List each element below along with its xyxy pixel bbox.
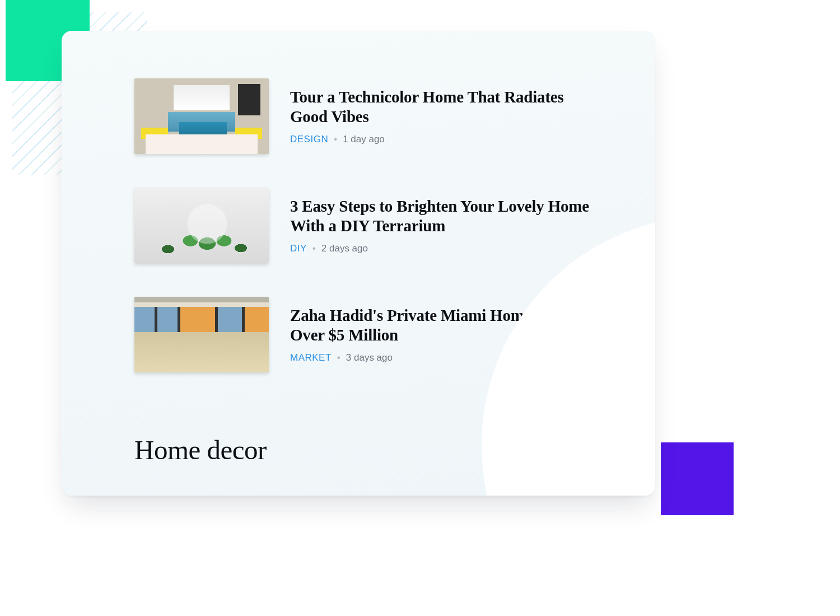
- list-item[interactable]: 3 Easy Steps to Brighten Your Lovely Hom…: [134, 188, 622, 263]
- article-meta: DIY • 2 days ago: [290, 243, 592, 254]
- article-title[interactable]: Tour a Technicolor Home That Radiates Go…: [290, 87, 592, 127]
- article-thumbnail[interactable]: [134, 297, 269, 372]
- article-thumbnail[interactable]: [134, 78, 269, 154]
- article-age: 1 day ago: [343, 134, 385, 145]
- meta-separator: •: [312, 243, 316, 254]
- meta-separator: •: [337, 352, 340, 363]
- decorative-square-purple: [661, 442, 734, 515]
- article-meta: DESIGN • 1 day ago: [290, 134, 592, 145]
- article-text: 3 Easy Steps to Brighten Your Lovely Hom…: [290, 197, 592, 255]
- content-card: Tour a Technicolor Home That Radiates Go…: [62, 31, 655, 496]
- article-age: 3 days ago: [346, 352, 393, 363]
- article-text: Tour a Technicolor Home That Radiates Go…: [290, 87, 592, 146]
- article-category[interactable]: DESIGN: [290, 134, 328, 145]
- article-title[interactable]: 3 Easy Steps to Brighten Your Lovely Hom…: [290, 197, 592, 236]
- meta-separator: •: [334, 134, 337, 145]
- article-category[interactable]: DIY: [290, 243, 307, 254]
- article-age: 2 days ago: [321, 243, 368, 254]
- section-title: Home decor: [134, 434, 267, 466]
- list-item[interactable]: Tour a Technicolor Home That Radiates Go…: [134, 78, 622, 154]
- article-thumbnail[interactable]: [134, 188, 269, 263]
- article-category[interactable]: MARKET: [290, 352, 332, 363]
